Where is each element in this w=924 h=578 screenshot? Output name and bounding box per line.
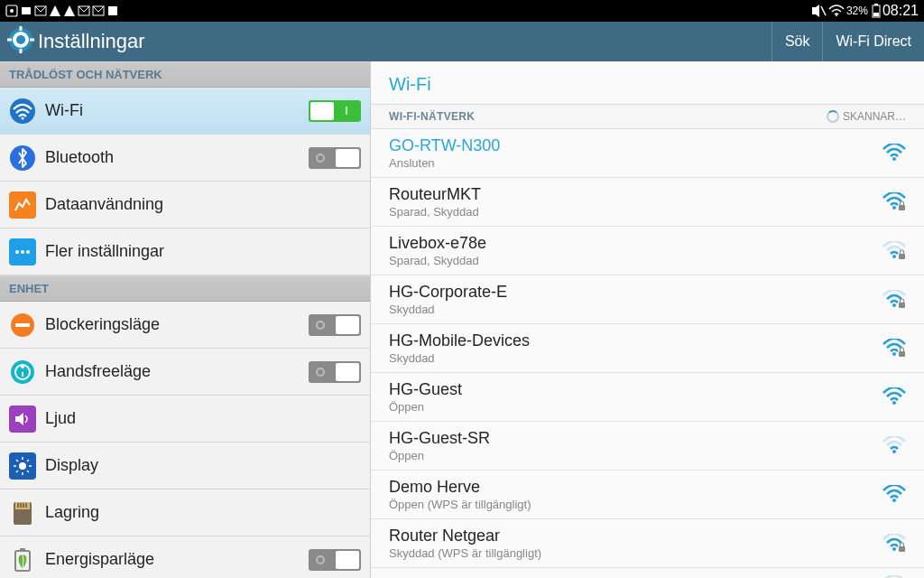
svg-rect-30 xyxy=(22,372,23,377)
network-status: Skyddad (WPS är tillgängligt) xyxy=(389,546,882,560)
spinner-icon xyxy=(827,110,839,123)
more-icon xyxy=(9,238,36,266)
sidebar-item-storage[interactable]: Lagring xyxy=(0,489,370,536)
svg-rect-17 xyxy=(7,39,12,42)
svg-rect-10 xyxy=(874,4,878,5)
svg-rect-26 xyxy=(15,323,30,327)
svg-rect-54 xyxy=(899,303,905,308)
svg-line-7 xyxy=(821,6,826,15)
notif-icon xyxy=(34,5,47,17)
svg-point-22 xyxy=(15,250,19,254)
network-ssid: Livebox-e78e xyxy=(389,234,882,253)
network-item[interactable]: RouteurMKT Sparad, Skyddad xyxy=(371,178,924,227)
sidebar-item-label: Bluetooth xyxy=(45,148,309,167)
sidebar-item-label: Dataanvändning xyxy=(45,195,361,214)
detail-title: Wi-Fi xyxy=(371,61,924,104)
network-status: Öppen xyxy=(389,449,882,462)
network-item[interactable]: HG-Mobile-Devices Skyddad xyxy=(371,324,924,373)
notif-icon xyxy=(106,5,119,17)
network-status: Öppen (WPS är tillgängligt) xyxy=(389,498,882,511)
network-ssid: HG-Corporate-E xyxy=(389,283,882,302)
svg-rect-15 xyxy=(20,26,23,31)
svg-point-20 xyxy=(22,117,24,119)
display-icon xyxy=(9,452,36,480)
blocking-toggle[interactable] xyxy=(309,314,361,336)
search-button[interactable]: Sök xyxy=(772,22,823,61)
network-item[interactable]: HG-Corporate-E Skyddad xyxy=(371,275,924,324)
warning-icon xyxy=(63,5,76,17)
svg-point-59 xyxy=(892,499,896,502)
network-item[interactable]: HG-Guest-SR Öppen xyxy=(371,422,924,471)
sidebar-item-data-usage[interactable]: Dataanvändning xyxy=(0,182,370,228)
svg-point-49 xyxy=(892,206,896,210)
handsfree-icon xyxy=(9,359,36,386)
sidebar-item-blocking-mode[interactable]: Blockeringsläge xyxy=(0,302,370,349)
signal-strength-icon xyxy=(882,485,906,505)
svg-rect-42 xyxy=(17,503,19,508)
signal-strength-icon xyxy=(882,144,906,163)
signal-strength-icon xyxy=(882,534,906,554)
svg-point-23 xyxy=(21,250,24,254)
sidebar-item-more[interactable]: Fler inställningar xyxy=(0,228,370,275)
action-bar: Inställningar Sök Wi-Fi Direct xyxy=(0,22,924,61)
signal-strength-icon xyxy=(882,436,906,456)
clock: 08:21 xyxy=(882,3,919,19)
network-status: Sparad, Skyddad xyxy=(389,254,882,267)
network-ssid: RouteurMKT xyxy=(389,185,882,204)
network-item[interactable]: GO-RTW-N300 Ansluten xyxy=(371,129,924,178)
sidebar-item-bluetooth[interactable]: Bluetooth xyxy=(0,135,370,182)
network-item[interactable]: Demo Herve Öppen (WPS är tillgängligt) xyxy=(371,471,924,519)
signal-strength-icon xyxy=(882,290,906,310)
svg-point-51 xyxy=(892,255,896,258)
sidebar-item-power-saving[interactable]: Energisparläge xyxy=(0,536,370,578)
network-ssid: HG-Guest-SR xyxy=(389,429,882,448)
sidebar-item-label: Ljud xyxy=(45,409,361,428)
sidebar-item-wifi[interactable]: Wi-Fi I xyxy=(0,88,370,135)
app-icon xyxy=(5,5,18,17)
vibrate-icon xyxy=(810,5,827,17)
sidebar-item-label: Fler inställningar xyxy=(45,242,361,261)
handsfree-toggle[interactable] xyxy=(309,361,361,383)
svg-rect-61 xyxy=(899,546,905,552)
sidebar-item-label: Lagring xyxy=(45,503,361,522)
signal-strength-icon xyxy=(882,339,906,359)
svg-rect-18 xyxy=(30,39,34,42)
sidebar-item-label: Display xyxy=(45,456,361,475)
network-ssid: Router Netgear xyxy=(389,527,882,545)
wifi-icon xyxy=(828,5,845,17)
svg-rect-16 xyxy=(20,49,23,53)
svg-point-29 xyxy=(21,365,24,368)
svg-rect-52 xyxy=(899,254,905,259)
svg-point-31 xyxy=(19,462,26,470)
sidebar-item-label: Blockeringsläge xyxy=(45,315,309,334)
sidebar-item-label: Energisparläge xyxy=(45,550,309,569)
network-item[interactable]: Router Netgear Skyddad (WPS är tillgängl… xyxy=(371,519,924,568)
svg-line-37 xyxy=(27,471,29,472)
network-item[interactable]: Livebox-e78e Sparad, Skyddad xyxy=(371,227,924,275)
sidebar-item-label: Wi-Fi xyxy=(45,101,309,120)
wifi-toggle[interactable]: I xyxy=(309,100,361,122)
sidebar-item-handsfree[interactable]: Handsfreeläge xyxy=(0,349,370,396)
storage-icon xyxy=(9,499,36,527)
notif-icon xyxy=(20,5,32,17)
network-item[interactable]: HG-Guest Öppen xyxy=(371,373,924,422)
network-ssid: GO-RTW-N300 xyxy=(389,136,882,155)
svg-rect-56 xyxy=(899,351,905,357)
bluetooth-toggle[interactable] xyxy=(309,147,361,169)
signal-strength-icon xyxy=(882,387,906,407)
notif-icon xyxy=(78,5,90,17)
network-status: Skyddad xyxy=(389,303,882,316)
battery-percentage: 32% xyxy=(846,5,868,17)
network-status: Öppen xyxy=(389,400,882,414)
svg-point-19 xyxy=(10,98,35,124)
battery-icon xyxy=(872,4,881,18)
network-ssid: HG-Mobile-Devices xyxy=(389,331,882,350)
sidebar-item-display[interactable]: Display xyxy=(0,443,370,489)
signal-strength-icon xyxy=(882,241,906,261)
svg-rect-2 xyxy=(22,7,31,14)
page-title: Inställningar xyxy=(38,30,772,53)
sidebar-item-sound[interactable]: Ljud xyxy=(0,396,370,443)
wifi-direct-button[interactable]: Wi-Fi Direct xyxy=(822,22,924,61)
network-item[interactable]: NETGEAR34 xyxy=(371,568,924,578)
power-saving-toggle[interactable] xyxy=(309,549,361,571)
